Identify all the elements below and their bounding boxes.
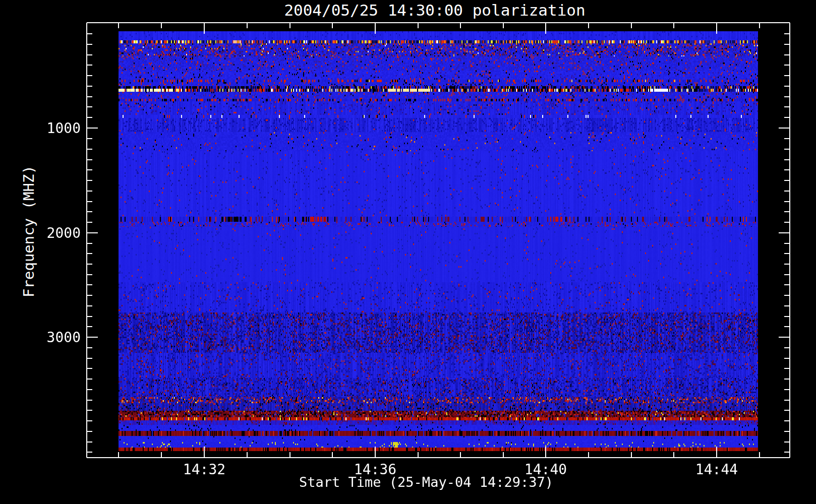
x-axis-title: Start Time (25-May-04 14:29:37)	[299, 474, 553, 490]
chart-title: 2004/05/25 14:30:00 polarization	[284, 1, 585, 19]
spectrogram-canvas	[119, 31, 758, 451]
screenshot-root: 2004/05/25 14:30:00 polarization Frequen…	[0, 0, 816, 504]
x-tick-label: 14:44	[695, 461, 738, 478]
y-tick-label: 3000	[25, 329, 81, 346]
x-tick-label: 14:32	[183, 461, 225, 478]
y-tick-label: 1000	[25, 120, 81, 137]
y-axis-title: Frequency (MHZ)	[20, 165, 37, 297]
